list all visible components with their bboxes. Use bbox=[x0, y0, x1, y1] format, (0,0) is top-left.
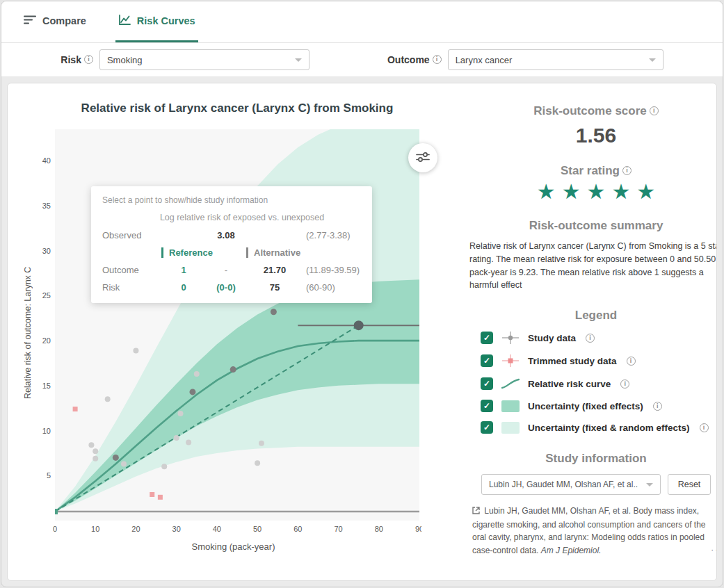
uncertainty-fixed-swatch bbox=[500, 400, 521, 412]
checkbox-checked-icon[interactable]: ✓ bbox=[481, 400, 493, 412]
legend-label: Trimmed study data bbox=[528, 356, 617, 366]
study-point[interactable] bbox=[259, 441, 264, 446]
checkbox-checked-icon[interactable]: ✓ bbox=[481, 421, 493, 434]
citation-ellipsis[interactable]: ··· bbox=[711, 543, 717, 557]
study-point[interactable] bbox=[92, 448, 98, 454]
study-data-icon bbox=[500, 331, 521, 345]
svg-text:50: 50 bbox=[253, 525, 262, 533]
study-point[interactable] bbox=[105, 396, 111, 402]
tooltip-hint: Select a point to show/hide study inform… bbox=[102, 195, 361, 205]
reset-button[interactable]: Reset bbox=[668, 474, 711, 495]
reference-marker bbox=[52, 509, 58, 514]
study-point[interactable] bbox=[113, 455, 119, 461]
chart-title: Relative risk of Larynx cancer (Larynx C… bbox=[42, 101, 432, 115]
info-icon[interactable]: i bbox=[650, 106, 659, 115]
summary-heading: Risk-outcome summary bbox=[469, 219, 717, 233]
checkbox-checked-icon[interactable]: ✓ bbox=[481, 377, 493, 390]
info-icon[interactable]: i bbox=[620, 379, 629, 389]
legend-item-uncertainty-fixed-random[interactable]: ✓ Uncertainty (fixed & random effects) i bbox=[481, 421, 711, 434]
info-icon[interactable]: i bbox=[622, 166, 632, 175]
info-icon[interactable]: i bbox=[627, 357, 636, 366]
score-value: 1.56 bbox=[469, 124, 717, 147]
checkbox-checked-icon[interactable]: ✓ bbox=[481, 354, 493, 367]
outcome-select[interactable]: Larynx cancer bbox=[448, 49, 663, 70]
study-point[interactable] bbox=[161, 464, 167, 469]
svg-text:0: 0 bbox=[53, 525, 57, 533]
alternative-header: Alternative bbox=[246, 247, 361, 258]
info-icon[interactable]: i bbox=[653, 402, 662, 411]
chart-settings-button[interactable] bbox=[408, 143, 437, 172]
legend-heading: Legend bbox=[469, 309, 717, 322]
tab-risk-curves-label: Risk Curves bbox=[137, 15, 195, 26]
outcome-dash: - bbox=[206, 265, 246, 275]
info-icon[interactable]: i bbox=[84, 55, 93, 64]
tab-bar: Compare Risk Curves bbox=[1, 1, 723, 43]
external-link-icon[interactable] bbox=[472, 507, 482, 516]
study-point[interactable] bbox=[121, 461, 127, 466]
study-select[interactable]: Lubin JH, Gaudet MM, Olshan AF, et al.. bbox=[481, 474, 661, 495]
legend-item-relative-risk-curve[interactable]: ✓ Relative risk curve i bbox=[481, 377, 711, 391]
risk-alternative-ci: (60-90) bbox=[303, 282, 361, 293]
info-icon[interactable]: i bbox=[700, 423, 709, 432]
svg-text:25: 25 bbox=[42, 291, 51, 300]
svg-text:30: 30 bbox=[172, 525, 181, 533]
study-point[interactable] bbox=[177, 411, 183, 416]
outcome-reference-value: 1 bbox=[161, 265, 206, 275]
study-information-heading: Study information bbox=[469, 452, 717, 466]
trimmed-study-point[interactable] bbox=[150, 492, 154, 497]
checkbox-checked-icon[interactable]: ✓ bbox=[481, 332, 493, 344]
study-point[interactable] bbox=[194, 371, 200, 377]
selected-point[interactable] bbox=[354, 320, 364, 330]
risk-row-label: Risk bbox=[102, 282, 161, 293]
trimmed-study-point[interactable] bbox=[158, 495, 163, 500]
trimmed-study-point[interactable] bbox=[73, 407, 78, 411]
outcome-row-label: Outcome bbox=[102, 265, 161, 275]
chart-section: Relative risk of Larynx cancer (Larynx C… bbox=[22, 92, 453, 576]
filter-bar: Riski Smoking Outcomei Larynx cancer bbox=[1, 43, 723, 77]
legend-item-trimmed-study-data[interactable]: ✓ Trimmed study data i bbox=[481, 354, 711, 368]
compare-icon bbox=[24, 15, 36, 27]
info-icon[interactable]: i bbox=[433, 55, 442, 64]
summary-panel: Risk-outcome scorei 1.56 Star ratingi ★★… bbox=[453, 92, 717, 576]
tab-risk-curves[interactable]: Risk Curves bbox=[115, 1, 198, 42]
study-point[interactable] bbox=[133, 348, 138, 353]
legend-item-study-data[interactable]: ✓ Study data i bbox=[481, 331, 711, 345]
risk-alternative-value: 75 bbox=[246, 282, 303, 293]
study-point[interactable] bbox=[174, 435, 179, 441]
study-info-tooltip: Select a point to show/hide study inform… bbox=[91, 186, 372, 303]
risk-select[interactable]: Smoking bbox=[99, 49, 309, 70]
svg-text:90: 90 bbox=[415, 525, 421, 533]
study-point[interactable] bbox=[186, 439, 191, 445]
svg-text:10: 10 bbox=[91, 525, 99, 533]
tab-compare[interactable]: Compare bbox=[21, 1, 89, 42]
observed-ci: (2.77-3.38) bbox=[303, 230, 361, 240]
trimmed-study-data-icon bbox=[500, 354, 521, 368]
study-point[interactable] bbox=[189, 389, 195, 395]
legend-item-uncertainty-fixed[interactable]: ✓ Uncertainty (fixed effects) i bbox=[481, 400, 711, 412]
outcome-filter-label: Outcomei bbox=[387, 54, 442, 65]
app-window: Compare Risk Curves Riski Smoking Outcom… bbox=[1, 1, 723, 587]
study-point[interactable] bbox=[230, 366, 236, 373]
info-icon[interactable]: i bbox=[586, 334, 595, 343]
study-point[interactable] bbox=[255, 460, 260, 466]
legend-label: Uncertainty (fixed & random effects) bbox=[528, 423, 690, 433]
study-point[interactable] bbox=[88, 442, 94, 448]
svg-text:20: 20 bbox=[42, 336, 51, 345]
citation-block: Lubin JH, Gaudet MM, Olshan AF, et al. B… bbox=[472, 505, 717, 557]
study-point[interactable] bbox=[92, 456, 98, 462]
tooltip-subtitle: Log relative risk of exposed vs. unexpos… bbox=[102, 213, 361, 222]
risk-select-value: Smoking bbox=[107, 55, 143, 65]
study-select-value: Lubin JH, Gaudet MM, Olshan AF, et al.. bbox=[489, 480, 638, 489]
legend-label: Relative risk curve bbox=[528, 379, 611, 389]
outcome-select-value: Larynx cancer bbox=[456, 55, 513, 65]
study-point[interactable] bbox=[271, 309, 277, 315]
risk-filter-label: Riski bbox=[61, 54, 93, 65]
x-tick-labels: 0102030405060708090 bbox=[53, 525, 421, 533]
outcome-alternative-value: 21.70 bbox=[246, 265, 303, 275]
y-tick-labels: 510152025303540 bbox=[42, 156, 51, 480]
risk-reference-ci: (0-0) bbox=[206, 282, 246, 293]
svg-text:35: 35 bbox=[42, 202, 51, 210]
citation-journal: Am J Epidemiol. bbox=[541, 546, 602, 555]
summary-text: Relative risk of Larynx cancer (Larynx C… bbox=[469, 240, 717, 292]
outcome-alternative-ci: (11.89-39.59) bbox=[303, 265, 361, 275]
